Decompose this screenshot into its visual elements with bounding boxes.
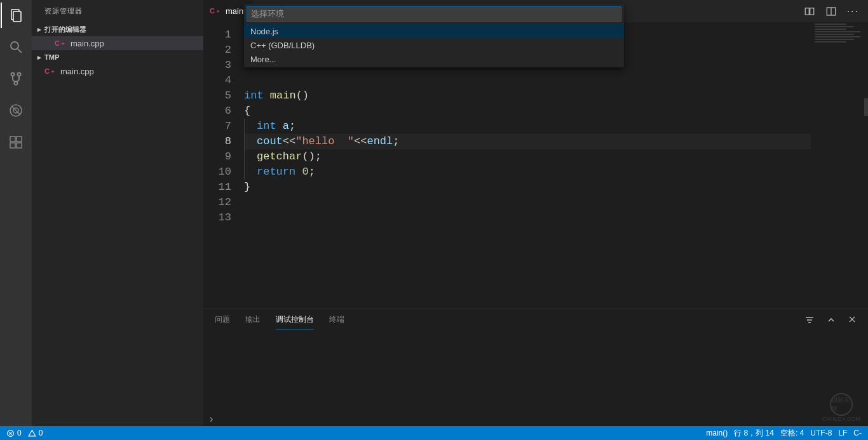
panel-body[interactable] xyxy=(203,330,868,412)
panel-filter-icon[interactable] xyxy=(804,315,815,325)
quick-pick-input[interactable]: 选择环境 xyxy=(247,6,621,22)
quick-pick-item[interactable]: Node.js xyxy=(244,24,624,38)
status-symbol[interactable]: main() xyxy=(706,429,728,437)
search-icon[interactable] xyxy=(1,37,31,57)
status-indent[interactable]: 空格: 4 xyxy=(780,428,804,439)
svg-rect-10 xyxy=(17,137,22,142)
workspace-folder-header[interactable]: ▸ TMP xyxy=(32,50,203,64)
quick-pick-list: Node.jsC++ (GDB/LLDB)More... xyxy=(244,24,624,67)
sidebar-title: 资源管理器 xyxy=(32,0,203,22)
activity-bar xyxy=(0,0,32,426)
status-cursor-position[interactable]: 行 8，列 14 xyxy=(734,428,774,439)
extensions-icon[interactable] xyxy=(1,132,31,152)
panel-tab-problems[interactable]: 问题 xyxy=(215,310,230,330)
panel-tab-output[interactable]: 输出 xyxy=(245,310,261,330)
panel-close-icon[interactable] xyxy=(848,315,857,325)
debug-icon[interactable] xyxy=(1,100,31,121)
panel-tab-debug-console[interactable]: 调试控制台 xyxy=(276,310,314,330)
file-tree-item[interactable]: C﹢ main.cpp xyxy=(32,64,203,78)
open-editor-item[interactable]: C﹢ main.cpp xyxy=(32,36,203,50)
svg-line-3 xyxy=(18,49,22,53)
status-eol[interactable]: LF xyxy=(838,429,847,437)
debug-input-chevron[interactable]: › xyxy=(203,412,868,426)
minimap[interactable] xyxy=(811,22,868,309)
svg-rect-13 xyxy=(805,8,809,15)
svg-rect-9 xyxy=(10,137,15,142)
line-number-gutter: 12345678910111213 xyxy=(203,22,244,309)
open-editors-header[interactable]: ▸ 打开的编辑器 xyxy=(32,22,203,36)
status-warnings[interactable]: 0 xyxy=(28,429,43,437)
svg-point-6 xyxy=(15,82,18,85)
cpp-file-icon: C﹢ xyxy=(210,6,222,16)
svg-point-2 xyxy=(11,42,18,50)
explorer-icon[interactable] xyxy=(1,5,31,25)
svg-rect-14 xyxy=(810,8,813,15)
status-language[interactable]: C- xyxy=(853,429,862,437)
panel-tab-terminal[interactable]: 终端 xyxy=(329,310,344,330)
status-encoding[interactable]: UTF-8 xyxy=(810,429,832,437)
chevron-down-icon: ▸ xyxy=(34,53,44,62)
svg-point-5 xyxy=(18,73,21,76)
panel-collapse-icon[interactable] xyxy=(826,315,836,325)
svg-rect-11 xyxy=(10,143,15,148)
svg-rect-1 xyxy=(13,11,21,22)
svg-point-4 xyxy=(11,73,15,76)
cpp-file-icon: C﹢ xyxy=(44,67,57,76)
source-control-icon[interactable] xyxy=(1,69,31,89)
status-errors[interactable]: 0 xyxy=(6,429,22,437)
quick-pick-item[interactable]: More... xyxy=(244,52,624,66)
status-bar: 0 0 main() 行 8，列 14 空格: 4 UTF-8 LF C- xyxy=(0,426,868,440)
explorer-sidebar: 资源管理器 ▸ 打开的编辑器 C﹢ main.cpp ▸ TMP C﹢ main… xyxy=(32,0,203,426)
bottom-panel: 问题 输出 调试控制台 终端 › xyxy=(203,309,868,426)
svg-rect-12 xyxy=(17,143,22,148)
chevron-down-icon: ▸ xyxy=(34,25,44,34)
quick-pick-item[interactable]: C++ (GDB/LLDB) xyxy=(244,38,624,52)
split-editor-icon[interactable] xyxy=(825,6,837,17)
compare-changes-icon[interactable] xyxy=(804,6,815,17)
cpp-file-icon: C﹢ xyxy=(55,39,67,48)
quick-pick: 选择环境 Node.jsC++ (GDB/LLDB)More... xyxy=(244,4,624,67)
more-actions-icon[interactable]: ··· xyxy=(847,6,859,17)
